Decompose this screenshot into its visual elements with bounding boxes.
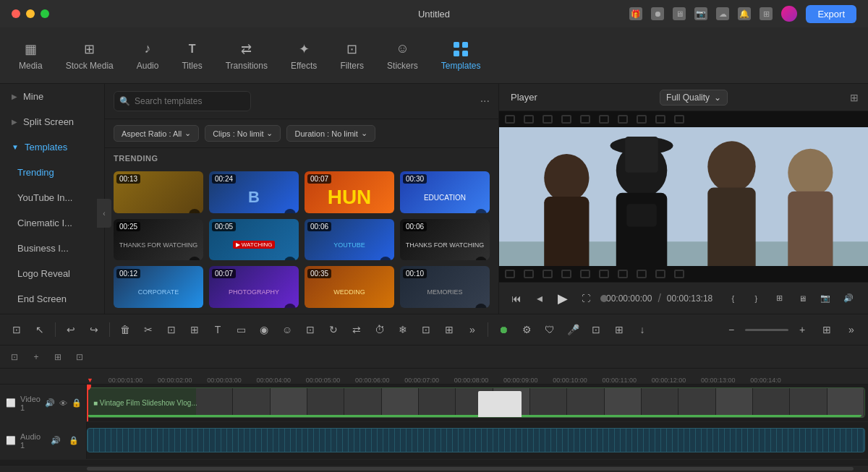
- composite-tool[interactable]: ⊞: [438, 319, 460, 340]
- split-tool[interactable]: ⊞: [184, 319, 205, 340]
- toolbar-transitions[interactable]: ⇄ Transitions: [214, 35, 279, 77]
- gift-icon[interactable]: 🎁: [629, 7, 642, 20]
- duration-filter[interactable]: Duration : No limit ⌄: [286, 125, 375, 142]
- step-back-icon[interactable]: ◂: [531, 290, 548, 307]
- video-clip[interactable]: ■ Vintage Film Slideshow Vlog...: [87, 387, 865, 418]
- maximize-button[interactable]: [41, 9, 49, 18]
- zoom-slider[interactable]: [745, 329, 788, 331]
- template-card-characters[interactable]: HUN 00:07 Characters App...: [305, 171, 394, 213]
- minimize-button[interactable]: [26, 9, 35, 18]
- flip-tool[interactable]: ⇄: [346, 319, 367, 340]
- emoji-tool[interactable]: ☺: [276, 319, 298, 340]
- rotate-tool[interactable]: ↻: [323, 319, 344, 340]
- more-options-icon[interactable]: ···: [480, 95, 490, 108]
- crop-tool[interactable]: ⊡: [161, 319, 182, 340]
- template-card-welcome[interactable]: THANKS FOR WATCHING 00:25 ↓ Welcome To M…: [114, 219, 203, 261]
- mark-out-icon[interactable]: }: [747, 290, 765, 307]
- toolbar-titles[interactable]: T Titles: [170, 35, 213, 77]
- insert-icon[interactable]: ⊞: [770, 290, 788, 307]
- grid-view-icon[interactable]: ⊞: [850, 92, 859, 103]
- volume-ctrl-icon[interactable]: 🔊: [840, 290, 857, 307]
- timeline-scrollbar[interactable]: [0, 465, 868, 472]
- track-settings-icon[interactable]: ⊞: [49, 348, 67, 366]
- speed-tool[interactable]: ⏱: [369, 319, 391, 340]
- sidebar-item-trending[interactable]: Trending: [0, 160, 104, 185]
- mask-tool[interactable]: ◉: [253, 319, 275, 340]
- sidebar-item-youtube[interactable]: YouTube In...: [0, 185, 104, 210]
- sidebar-item-mine[interactable]: ▶ Mine: [0, 84, 104, 109]
- more-options[interactable]: »: [841, 319, 862, 340]
- template-card-imaging[interactable]: PHOTOGRAPHY 00:07 ↓ Imaging Produc...: [209, 266, 299, 308]
- add-media-icon[interactable]: +: [27, 348, 45, 366]
- video-lock-icon[interactable]: 🔒: [72, 396, 82, 411]
- convert-tool[interactable]: ⊞: [608, 319, 630, 340]
- more-tools[interactable]: »: [461, 319, 483, 340]
- sidebar-item-cinematic[interactable]: Cinematic I...: [0, 210, 104, 236]
- audio-clip[interactable]: [87, 428, 865, 452]
- zoom-out-button[interactable]: −: [720, 319, 742, 340]
- screen-icon[interactable]: 🖥: [793, 290, 811, 307]
- export-button[interactable]: Export: [806, 5, 856, 23]
- grid-icon[interactable]: ⊞: [760, 7, 773, 20]
- toolbar-audio[interactable]: ♪ Audio: [125, 35, 171, 77]
- audio-mute-icon[interactable]: 🔊: [49, 434, 62, 448]
- redo-button[interactable]: ↪: [83, 319, 105, 340]
- download-tool[interactable]: ↓: [631, 319, 653, 340]
- toolbar-effects[interactable]: ✦ Effects: [279, 35, 328, 77]
- snapshot-icon[interactable]: 📷: [694, 7, 707, 20]
- template-card-company[interactable]: CORPORATE 00:12 Company Team...: [114, 266, 203, 308]
- cut-tool[interactable]: ✂: [137, 319, 159, 340]
- toolbar-filters[interactable]: ⊡ Filters: [328, 35, 375, 77]
- settings-ctrl-icon[interactable]: ⊡: [863, 290, 868, 307]
- play-button[interactable]: ▶: [554, 290, 571, 307]
- caption-tool[interactable]: ⊡: [585, 319, 607, 340]
- playhead[interactable]: [87, 385, 88, 421]
- sidebar-item-split[interactable]: ▶ Split Screen: [0, 109, 104, 134]
- record-tool[interactable]: ⏺: [493, 319, 514, 340]
- cloud-icon[interactable]: ☁: [716, 7, 729, 20]
- template-card-subscribe[interactable]: ▶ WATCHING 00:05 ↓ Subscribe Now: [209, 219, 299, 261]
- template-card-modern-edu[interactable]: EDUCATION 00:30 ↓ Modern Educati...: [400, 171, 490, 213]
- audio-icon[interactable]: 🔔: [738, 7, 751, 20]
- toolbar-media[interactable]: ▦ Media: [7, 35, 54, 77]
- rectangle-tool[interactable]: ▭: [230, 319, 252, 340]
- sidebar-item-endscreen[interactable]: End Screen: [0, 286, 104, 312]
- search-input[interactable]: [114, 91, 251, 111]
- aspect-ratio-filter[interactable]: Aspect Ratio : All ⌄: [114, 125, 199, 142]
- toolbar-templates[interactable]: Templates: [430, 35, 493, 77]
- layout-toggle[interactable]: ⊞: [816, 319, 838, 340]
- window-icon[interactable]: 🖥: [673, 7, 686, 20]
- mic-tool[interactable]: 🎤: [562, 319, 584, 340]
- record-icon[interactable]: ⏺: [651, 7, 664, 20]
- template-card-wedding[interactable]: WEDDING 00:35 Wedding Scen...: [305, 266, 394, 308]
- snapshot-ctrl-icon[interactable]: 📷: [817, 290, 834, 307]
- pointer-tool[interactable]: ↖: [29, 319, 51, 340]
- template-card-memories[interactable]: MEMORIES 00:10 ↓ Memories Of O...: [400, 266, 490, 308]
- panel-collapse-button[interactable]: ‹: [97, 199, 111, 228]
- settings-tool[interactable]: ⚙: [516, 319, 537, 340]
- mark-in-icon[interactable]: {: [724, 290, 741, 307]
- user-avatar[interactable]: [781, 6, 797, 22]
- quality-selector[interactable]: Full Quality ⌄: [660, 90, 728, 106]
- skip-back-icon[interactable]: ⏮: [508, 290, 525, 307]
- adjust-tool[interactable]: ⊡: [299, 319, 321, 340]
- text-tool[interactable]: T: [207, 319, 229, 340]
- markers-icon[interactable]: ⊡: [71, 348, 88, 366]
- video-mute-icon[interactable]: 🔊: [45, 396, 55, 411]
- fullscreen-icon[interactable]: ⛶: [577, 290, 595, 307]
- video-eye-icon[interactable]: 👁: [59, 396, 67, 411]
- template-card-simple-ending[interactable]: THANKS FOR WATCHING 00:06 ↓ Simple endin…: [400, 219, 490, 261]
- color-tool[interactable]: ⊡: [415, 319, 437, 340]
- undo-button[interactable]: ↩: [60, 319, 82, 340]
- audio-lock-icon[interactable]: 🔒: [67, 434, 80, 448]
- toolbar-stock[interactable]: ⊞ Stock Media: [54, 35, 125, 77]
- delete-tool[interactable]: 🗑: [114, 319, 136, 340]
- split-track-icon[interactable]: ⊡: [6, 348, 23, 366]
- sidebar-item-logo[interactable]: Logo Reveal: [0, 261, 104, 286]
- zoom-in-button[interactable]: +: [791, 319, 813, 340]
- sidebar-item-business[interactable]: Business I...: [0, 236, 104, 261]
- shield-tool[interactable]: 🛡: [539, 319, 561, 340]
- close-button[interactable]: [12, 9, 20, 18]
- magnetic-tool[interactable]: ⊡: [6, 319, 27, 340]
- scroll-thumb[interactable]: [87, 467, 854, 471]
